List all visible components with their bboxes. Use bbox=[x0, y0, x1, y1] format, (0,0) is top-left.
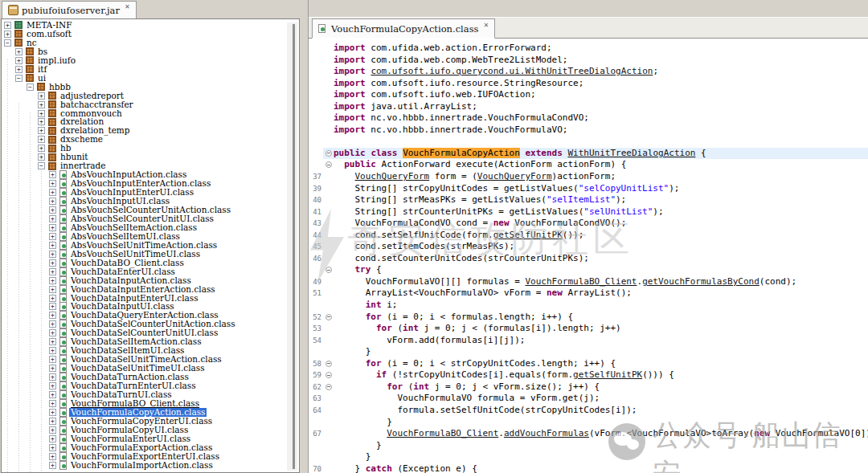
class-icon bbox=[59, 434, 67, 443]
expand-icon[interactable]: + bbox=[38, 92, 45, 100]
expand-icon[interactable]: + bbox=[49, 242, 56, 249]
expand-icon[interactable]: + bbox=[49, 347, 56, 354]
expand-icon[interactable]: + bbox=[49, 444, 56, 451]
code-editor[interactable]: import com.ufida.web.action.ErrorForward… bbox=[309, 39, 868, 473]
tree-item[interactable]: +VouchDataInputEnterAction.class bbox=[2, 285, 299, 294]
expand-icon[interactable]: + bbox=[49, 286, 56, 293]
line-number: 59 bbox=[309, 369, 323, 381]
fold-collapse-icon[interactable] bbox=[323, 264, 334, 276]
line-number: 70 bbox=[309, 463, 323, 473]
code-text: for (int j = 0; j < vForm.size(); j++) { bbox=[334, 381, 868, 393]
class-editor-tab[interactable]: VouchFormulaCopyAction.class ✕ bbox=[312, 18, 495, 39]
expand-icon[interactable]: + bbox=[38, 118, 45, 125]
tree-item[interactable]: +itf bbox=[2, 65, 299, 74]
expand-icon[interactable]: + bbox=[49, 198, 56, 205]
expand-icon[interactable]: + bbox=[49, 224, 56, 231]
expand-icon[interactable]: + bbox=[49, 338, 56, 345]
code-text: import com.ufsoft.iufo.resource.StringRe… bbox=[334, 78, 868, 90]
expand-icon[interactable]: + bbox=[49, 233, 56, 240]
jar-tab[interactable]: pubiufoiufoserver.jar ✕ bbox=[2, 1, 137, 18]
tree-item[interactable]: +hbunit bbox=[2, 153, 299, 161]
code-text: import com.ufida.web.action.ErrorForward… bbox=[334, 43, 868, 55]
code-line: public class VouchFormulaCopyAction exte… bbox=[309, 148, 868, 160]
expand-icon[interactable]: + bbox=[49, 462, 56, 469]
expand-icon[interactable]: + bbox=[49, 206, 56, 214]
line-number: 53 bbox=[309, 323, 323, 335]
expand-icon[interactable]: + bbox=[15, 57, 23, 64]
tree-item[interactable]: +dxscheme bbox=[2, 135, 299, 144]
expand-icon[interactable]: + bbox=[4, 31, 11, 38]
collapse-icon[interactable]: − bbox=[4, 39, 11, 47]
code-line: 37 VouchQueryForm form = (VouchQueryForm… bbox=[309, 171, 868, 183]
expand-icon[interactable]: + bbox=[49, 312, 56, 319]
expand-icon[interactable]: + bbox=[49, 426, 56, 434]
expand-icon[interactable]: + bbox=[49, 373, 56, 381]
expand-icon[interactable]: + bbox=[49, 215, 56, 222]
line-number bbox=[309, 300, 323, 312]
tree-item[interactable]: +dxrelation_temp bbox=[2, 126, 299, 135]
expand-icon[interactable]: + bbox=[49, 320, 56, 328]
expand-icon[interactable]: + bbox=[38, 101, 45, 108]
expand-icon[interactable]: + bbox=[49, 418, 56, 425]
expand-icon[interactable]: + bbox=[49, 329, 56, 336]
expand-icon[interactable]: + bbox=[49, 180, 56, 187]
code-line: 59 if (!strCopyUnitCodes[i].equals(form.… bbox=[309, 369, 868, 381]
expand-icon[interactable]: + bbox=[38, 145, 45, 152]
expand-icon[interactable]: + bbox=[49, 365, 56, 372]
expand-icon[interactable]: + bbox=[49, 303, 56, 310]
fold-gutter bbox=[323, 287, 334, 300]
expand-icon[interactable]: + bbox=[49, 409, 56, 416]
tree-item[interactable]: +dxrelation bbox=[2, 117, 299, 126]
tree-item[interactable]: −ui bbox=[2, 74, 299, 83]
expand-icon[interactable]: + bbox=[49, 277, 56, 284]
close-editor-tab-icon[interactable]: ✕ bbox=[483, 22, 489, 29]
expand-icon[interactable]: + bbox=[49, 356, 56, 363]
expand-icon[interactable]: + bbox=[49, 391, 56, 398]
expand-icon[interactable]: + bbox=[49, 189, 56, 196]
fold-collapse-icon[interactable] bbox=[323, 369, 334, 381]
tree-item[interactable]: +batchacctransfer bbox=[2, 100, 299, 109]
tree-item[interactable]: +VouchDataEnterUI.class bbox=[2, 267, 299, 276]
tree-item[interactable]: +commonvouch bbox=[2, 109, 299, 118]
tree-item[interactable]: +VouchDataInputAction.class bbox=[2, 276, 299, 285]
collapse-icon[interactable]: − bbox=[27, 84, 34, 91]
tree-item-label: hbbb bbox=[47, 83, 72, 92]
expand-icon[interactable]: + bbox=[38, 136, 45, 143]
expand-icon[interactable]: + bbox=[49, 400, 56, 407]
tree-item[interactable]: −hbbb bbox=[2, 83, 299, 92]
collapse-icon[interactable]: − bbox=[15, 75, 23, 82]
code-line: import nc.vo.hbbb.innertrade.VouchFormul… bbox=[309, 112, 868, 124]
expand-icon[interactable]: + bbox=[38, 127, 45, 134]
fold-collapse-icon[interactable] bbox=[323, 159, 334, 171]
expand-icon[interactable]: + bbox=[49, 435, 56, 442]
tree-item[interactable]: +VouchFormulaImportAction.class bbox=[2, 461, 299, 470]
expand-icon[interactable]: + bbox=[49, 295, 56, 302]
expand-icon[interactable]: + bbox=[49, 268, 56, 275]
fold-collapse-icon[interactable] bbox=[323, 312, 334, 324]
expand-icon[interactable]: + bbox=[49, 259, 56, 267]
expand-icon[interactable]: + bbox=[49, 382, 56, 389]
fold-collapse-icon[interactable] bbox=[323, 148, 334, 160]
tree-item[interactable]: +adjustedreport bbox=[2, 92, 299, 100]
expand-icon[interactable]: + bbox=[49, 251, 56, 258]
expand-icon[interactable]: + bbox=[15, 48, 23, 55]
fold-collapse-icon[interactable] bbox=[323, 381, 334, 393]
tree-item[interactable]: +hb bbox=[2, 144, 299, 153]
tree-item[interactable]: +com.ufsoft bbox=[2, 30, 299, 39]
close-tab-icon[interactable]: ✕ bbox=[125, 3, 130, 10]
class-file-icon bbox=[318, 24, 326, 33]
expand-icon[interactable]: + bbox=[38, 110, 45, 117]
package-tree[interactable]: +META-INF+com.ufsoft−nc+bs+impl.iufo+itf… bbox=[1, 18, 300, 473]
fold-collapse-icon[interactable] bbox=[323, 358, 334, 370]
expand-icon[interactable]: + bbox=[49, 171, 56, 178]
expand-icon[interactable]: + bbox=[49, 453, 56, 460]
editor-tab-label: VouchFormulaCopyAction.class bbox=[331, 23, 478, 35]
expand-icon[interactable]: + bbox=[15, 66, 23, 73]
tree-scrollbar-thumb[interactable] bbox=[293, 24, 295, 469]
line-number: 40 bbox=[309, 194, 323, 206]
expand-icon[interactable]: + bbox=[4, 22, 11, 29]
collapse-icon[interactable]: − bbox=[38, 162, 45, 169]
tree-item[interactable]: +VouchFormulaExportEnterUI.class bbox=[2, 452, 299, 461]
tree-scrollbar[interactable] bbox=[287, 22, 297, 471]
expand-icon[interactable]: + bbox=[38, 153, 45, 161]
